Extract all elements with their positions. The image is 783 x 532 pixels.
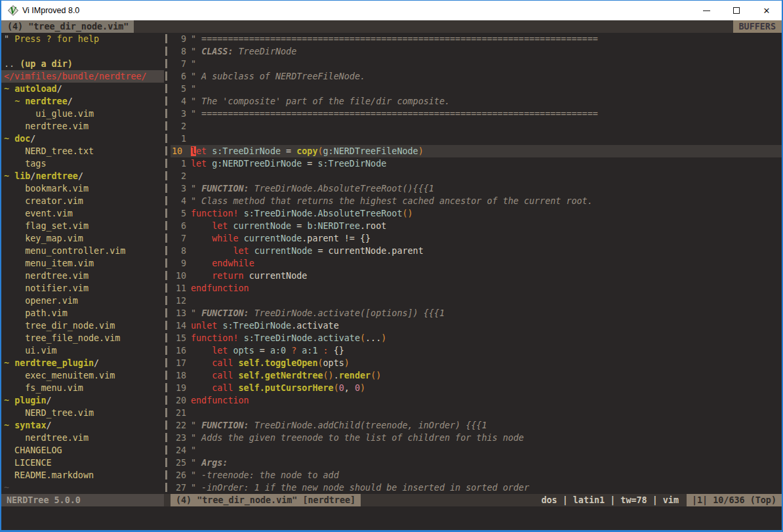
tree-item[interactable]: notifier.vim	[1, 282, 164, 295]
command-line[interactable]	[1, 506, 782, 530]
code-line[interactable]: 4" The 'composite' part of the file/dir …	[171, 95, 782, 108]
text-segment: endfunction	[191, 396, 249, 405]
tree-item[interactable]: tags	[1, 157, 164, 170]
text-segment: ui_glue.vim	[4, 109, 94, 119]
code-line[interactable]: 19 call self.putCursorHere(0, 0)	[171, 382, 782, 394]
text-segment: while	[212, 234, 238, 243]
tree-item[interactable]: path.vim	[1, 307, 164, 319]
code-line[interactable]: 24"	[171, 444, 782, 457]
minimize-button[interactable]	[691, 1, 721, 20]
code-line[interactable]: 6" A subclass of NERDTreeFileNode.	[171, 70, 782, 83]
code-line[interactable]: 15function! s:TreeDirNode.activate(...)	[171, 332, 782, 344]
code-line[interactable]: 2	[171, 170, 782, 182]
tree-item[interactable]: ~ doc/	[1, 133, 164, 145]
code-line[interactable]: 9" =====================================…	[171, 33, 782, 45]
code-line[interactable]: 21	[171, 407, 782, 419]
tree-item[interactable]: LICENCE	[1, 457, 164, 469]
code-line[interactable]: 9 endwhile	[171, 257, 782, 270]
tree-item[interactable]: tree_file_node.vim	[1, 332, 164, 344]
tree-item[interactable]: CHANGELOG	[1, 444, 164, 457]
text-segment: /	[47, 396, 52, 405]
code-text: let opts = a:0 ? a:1 : {}	[191, 344, 344, 357]
code-line[interactable]: 23" Adds the given treenode to the list …	[171, 432, 782, 444]
line-number: 1	[171, 133, 186, 145]
text-segment: path.vim	[4, 308, 68, 318]
code-line[interactable]: 3" =====================================…	[171, 108, 782, 120]
tree-item[interactable]: exec_menuitem.vim	[1, 369, 164, 382]
code-line[interactable]: 26" -treenode: the node to add	[171, 469, 782, 481]
code-line[interactable]: 5function! s:TreeDirNode.AbsoluteTreeRoo…	[171, 207, 782, 220]
tree-item[interactable]: .. (up a dir)	[1, 58, 164, 70]
code-line[interactable]: 7 while currentNode.parent != {}	[171, 232, 782, 245]
code-line[interactable]: 6 let currentNode = b:NERDTree.root	[171, 220, 782, 232]
tree-item[interactable]: README.markdown	[1, 469, 164, 481]
text-segment: = currentNode.parent	[312, 246, 423, 256]
text-segment: "	[4, 34, 14, 44]
text-segment: FUNCTION:	[201, 184, 249, 194]
code-line[interactable]: 22" FUNCTION: TreeDirNode.addChild(treen…	[171, 419, 782, 432]
tree-item[interactable]: ~ plugin/	[1, 394, 164, 407]
text-segment: self.toggleOpen	[239, 358, 318, 368]
tree-item[interactable]: bookmark.vim	[1, 182, 164, 195]
tree-item[interactable]: nerdtree.vim	[1, 432, 164, 444]
text-segment: =	[291, 221, 307, 231]
tree-item[interactable]: </vimfiles/bundle/nerdtree/	[1, 70, 164, 83]
tree-item[interactable]: creator.vim	[1, 195, 164, 207]
tree-item[interactable]: ~ lib/nerdtree/	[1, 170, 164, 182]
text-segment: lib	[14, 171, 30, 181]
code-line[interactable]: 4" Class method that returns the highest…	[171, 195, 782, 207]
code-line[interactable]: 1let g:NERDTreeDirNode = s:TreeDirNode	[171, 157, 782, 170]
tree-item[interactable]: ui.vim	[1, 344, 164, 357]
tree-item[interactable]: menu_controller.vim	[1, 245, 164, 257]
tree-item[interactable]: opener.vim	[1, 295, 164, 307]
code-line[interactable]: 3" FUNCTION: TreeDirNode.AbsoluteTreeRoo…	[171, 182, 782, 195]
window-split-separator[interactable]	[164, 33, 171, 494]
tree-item[interactable]: NERD_tree.vim	[1, 407, 164, 419]
maximize-button[interactable]	[721, 1, 752, 20]
tree-item[interactable]: ui_glue.vim	[1, 108, 164, 120]
tree-item[interactable]: ~ autoload/	[1, 83, 164, 95]
code-line[interactable]: 7"	[171, 58, 782, 70]
code-line[interactable]: 12	[171, 295, 782, 307]
tree-item[interactable]: NERD_tree.txt	[1, 145, 164, 157]
code-line[interactable]: 8 let currentNode = currentNode.parent	[171, 245, 782, 257]
tree-item[interactable]: key_map.vim	[1, 232, 164, 245]
tree-item[interactable]: " Press ? for help	[1, 33, 164, 45]
code-line[interactable]: 8" CLASS: TreeDirNode	[171, 45, 782, 58]
tree-item[interactable]: tree_dir_node.vim	[1, 319, 164, 332]
tree-item[interactable]: ~ nerdtree/	[1, 95, 164, 108]
code-line[interactable]: 5"	[171, 83, 782, 95]
code-line[interactable]: 2	[171, 120, 782, 133]
code-line[interactable]: 14unlet s:TreeDirNode.activate	[171, 319, 782, 332]
tab-tree-dir-node[interactable]: (4) "tree_dir_node.vim"	[1, 20, 134, 33]
close-button[interactable]: ✕	[752, 1, 782, 20]
code-line[interactable]: 16 let opts = a:0 ? a:1 : {}	[171, 344, 782, 357]
text-segment: call	[212, 383, 233, 393]
tree-item[interactable]	[1, 45, 164, 58]
tree-item[interactable]: ~ syntax/	[1, 419, 164, 432]
tree-item[interactable]: menu_item.vim	[1, 257, 164, 270]
tree-item[interactable]: flag_set.vim	[1, 220, 164, 232]
tree-item[interactable]: event.vim	[1, 207, 164, 220]
code-line[interactable]: 10let s:TreeDirNode = copy(g:NERDTreeFil…	[171, 145, 782, 157]
text-segment: "	[191, 184, 201, 194]
text-segment: /	[94, 358, 99, 368]
tree-item[interactable]: fs_menu.vim	[1, 382, 164, 394]
line-number: 23	[171, 432, 186, 444]
code-line[interactable]: 11endfunction	[171, 282, 782, 295]
code-line[interactable]: 1	[171, 133, 782, 145]
text-segment: " -inOrder: 1 if the new node should be …	[191, 483, 529, 493]
code-line[interactable]: 17 call self.toggleOpen(opts)	[171, 357, 782, 369]
code-line[interactable]: 25" Args:	[171, 457, 782, 469]
tree-item[interactable]: nerdtree.vim	[1, 270, 164, 282]
tree-item[interactable]: ~	[1, 481, 164, 494]
code-line[interactable]: 10 return currentNode	[171, 270, 782, 282]
code-line[interactable]: 13" FUNCTION: TreeDirNode.activate([opti…	[171, 307, 782, 319]
code-line[interactable]: 20endfunction	[171, 394, 782, 407]
tree-item[interactable]: ~ nerdtree_plugin/	[1, 357, 164, 369]
code-line[interactable]: 18 call self.getNerdtree().render()	[171, 369, 782, 382]
code-line[interactable]: 27" -inOrder: 1 if the new node should b…	[171, 481, 782, 494]
maximize-icon	[733, 7, 740, 14]
tree-item[interactable]: nerdtree.vim	[1, 120, 164, 133]
text-segment: " ======================================…	[191, 34, 598, 44]
